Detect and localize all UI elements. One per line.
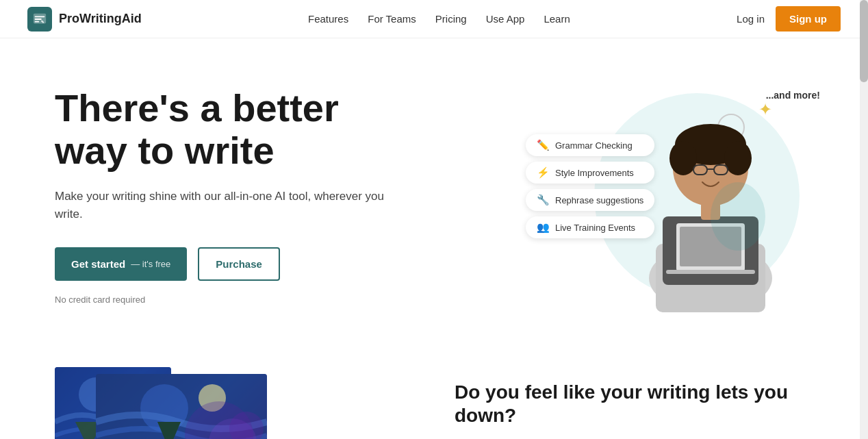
nav-links: Features For Teams Pricing Use App Learn (308, 13, 570, 25)
nav-item-pricing[interactable]: Pricing (435, 13, 467, 25)
grammar-icon: ✏️ (537, 139, 550, 151)
nav-link-features[interactable]: Features (308, 13, 348, 25)
hero-subtitle: Make your writing shine with our all-in-… (55, 188, 411, 223)
second-section-content: Do you feel like your writing lets you d… (455, 367, 813, 439)
free-label: — it's free (131, 259, 170, 269)
star-decoration: ✦ (758, 100, 772, 119)
hero-title: There's a better way to write (55, 87, 411, 171)
hero-illustration: ...and more! ✦ ✏️ Grammar Checking ⚡ Sty… (526, 79, 813, 312)
purchase-button[interactable]: Purchase (198, 247, 280, 281)
chip-style: ⚡ Style Improvements (526, 162, 654, 184)
painting-front (96, 374, 267, 439)
chip-rephrase-label: Rephrase suggestions (555, 195, 643, 205)
logo-icon (27, 7, 52, 32)
login-button[interactable]: Log in (737, 13, 765, 25)
style-icon: ⚡ (537, 166, 550, 179)
hero-content: There's a better way to write Make your … (55, 87, 411, 305)
get-started-button[interactable]: Get started — it's free (55, 247, 187, 281)
chip-style-label: Style Improvements (555, 168, 634, 178)
get-started-label: Get started (71, 258, 125, 270)
svg-point-9 (669, 141, 697, 175)
no-credit-text: No credit card required (55, 294, 411, 305)
chip-training-label: Live Training Events (555, 223, 635, 233)
nav-item-learn[interactable]: Learn (544, 13, 570, 25)
nav-link-use-app[interactable]: Use App (486, 13, 525, 25)
nav-item-features[interactable]: Features (308, 13, 348, 25)
hero-section: There's a better way to write Make your … (0, 38, 868, 340)
painting-stack: My idea in my head (55, 367, 288, 439)
chip-grammar-label: Grammar Checking (555, 140, 633, 151)
logo[interactable]: ProWritingAid (27, 7, 142, 32)
chip-grammar: ✏️ Grammar Checking (526, 134, 654, 156)
nav-link-learn[interactable]: Learn (544, 13, 570, 25)
nav-actions: Log in Sign up (737, 6, 841, 32)
scrollbar-thumb[interactable] (860, 0, 868, 82)
feature-chips: ✏️ Grammar Checking ⚡ Style Improvements… (526, 134, 654, 238)
nav-link-pricing[interactable]: Pricing (435, 13, 467, 25)
hero-buttons: Get started — it's free Purchase (55, 247, 411, 281)
second-section: My idea in my head Do you feel like your… (0, 340, 868, 439)
signup-button[interactable]: Sign up (776, 6, 841, 32)
nav-item-for-teams[interactable]: For Teams (368, 13, 416, 25)
rephrase-icon: 🔧 (537, 194, 550, 206)
navbar: ProWritingAid Features For Teams Pricing… (0, 0, 868, 38)
second-section-title: Do you feel like your writing lets you d… (455, 381, 813, 427)
nav-link-for-teams[interactable]: For Teams (368, 13, 416, 25)
nav-item-use-app[interactable]: Use App (486, 13, 525, 25)
svg-rect-6 (666, 270, 755, 274)
chip-training: 👥 Live Training Events (526, 216, 654, 238)
chip-rephrase: 🔧 Rephrase suggestions (526, 189, 654, 211)
svg-point-15 (711, 182, 765, 251)
logo-text: ProWritingAid (59, 12, 142, 26)
training-icon: 👥 (537, 221, 550, 234)
and-more-label: ...and more! (766, 90, 820, 101)
second-section-image: My idea in my head (55, 367, 413, 439)
page-scrollbar[interactable] (860, 0, 868, 439)
svg-point-10 (724, 141, 752, 175)
